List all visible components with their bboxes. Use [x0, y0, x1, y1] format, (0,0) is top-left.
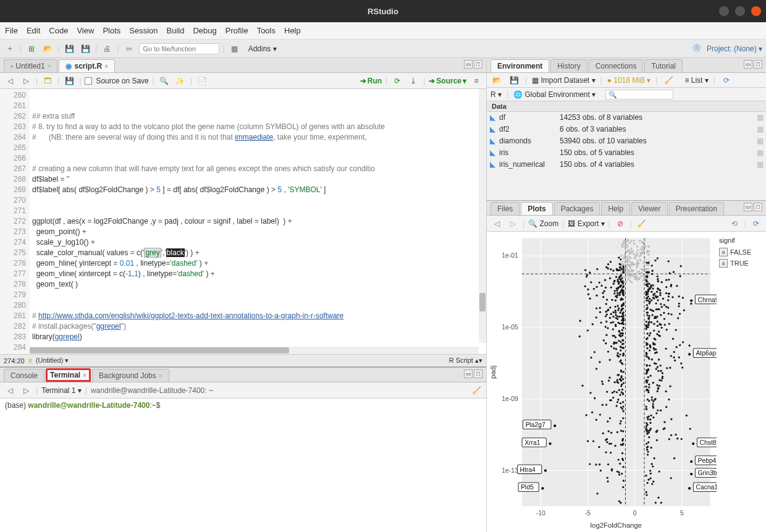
compile-report-button[interactable]: 📄 — [196, 75, 208, 87]
project-dropdown[interactable]: Project: (None) ▾ — [707, 44, 762, 53]
menu-view[interactable]: View — [77, 26, 94, 35]
menu-tools[interactable]: Tools — [257, 26, 276, 35]
close-tab-icon[interactable]: × — [48, 63, 51, 70]
view-data-icon[interactable]: ▦ — [754, 137, 766, 145]
clear-env-button[interactable]: 🧹 — [662, 74, 675, 87]
tab-tutorial[interactable]: Tutorial — [644, 59, 683, 72]
memory-indicator[interactable]: ● 1018 MiB ▾ — [607, 76, 651, 85]
view-mode-dropdown[interactable]: ≡ List ▾ — [684, 76, 708, 85]
plot-next-button[interactable]: ▷ — [507, 217, 519, 230]
refresh-plot-button[interactable]: ⟳ — [750, 217, 762, 230]
save-file-button[interactable]: 💾 — [63, 75, 75, 87]
maximize-pane-icon[interactable]: □ — [754, 60, 762, 69]
wand-button[interactable]: ✨ — [174, 75, 187, 87]
run-button[interactable]: ➔Run — [360, 77, 382, 85]
save-all-button[interactable]: 💾 — [79, 43, 91, 55]
env-search-input[interactable] — [605, 90, 673, 99]
tab-plots[interactable]: Plots — [521, 202, 552, 215]
find-button[interactable]: 🔍 — [158, 75, 170, 87]
env-row-diamonds[interactable]: ◣ diamonds 53940 obs. of 10 variables ▦ — [487, 135, 766, 147]
terminal-selector[interactable]: Terminal 1 ▾ — [41, 386, 82, 395]
view-data-icon[interactable]: ▦ — [754, 148, 766, 157]
forward-button[interactable]: ▷ — [20, 75, 32, 87]
tab-help[interactable]: Help — [601, 202, 630, 215]
source-button[interactable]: ➔Source ▾ — [429, 77, 466, 85]
show-in-new-window-button[interactable]: 🗔 — [41, 75, 54, 87]
terminal-next-button[interactable]: ▷ — [20, 384, 32, 397]
maximize-pane-icon[interactable]: □ — [474, 60, 482, 69]
go-to-section-button[interactable]: ⤓ — [407, 75, 419, 87]
close-button[interactable] — [751, 6, 761, 16]
minimize-button[interactable] — [719, 6, 729, 16]
goto-file-input[interactable] — [139, 43, 219, 54]
menu-build[interactable]: Build — [167, 26, 185, 35]
tab-history[interactable]: History — [550, 59, 587, 72]
clear-plots-button[interactable]: 🧹 — [636, 217, 648, 230]
export-button[interactable]: 🖼 Export ▾ — [568, 219, 604, 228]
minimize-pane-icon[interactable]: ▭ — [744, 203, 752, 211]
vertical-scrollbar[interactable] — [479, 89, 486, 343]
grid-button[interactable]: ▦ — [229, 43, 241, 55]
script-nav-dropdown[interactable]: (Untitled) ▾ — [36, 357, 69, 365]
menu-profile[interactable]: Profile — [225, 26, 248, 35]
outline-button[interactable]: ≡ — [470, 75, 482, 87]
code-content[interactable]: ## extra stuff# 8. try to find a way to … — [30, 89, 486, 354]
view-data-icon[interactable]: ▦ — [754, 125, 766, 133]
source-tab-untitled1[interactable]: ▫ Untitled1 × — [4, 59, 57, 72]
view-data-icon[interactable]: ▦ — [754, 113, 766, 122]
tab-terminal[interactable]: Terminal× — [46, 368, 91, 382]
language-mode[interactable]: R Script ▴▾ — [449, 357, 482, 365]
tab-console[interactable]: Console — [4, 369, 44, 382]
expand-icon[interactable]: ◣ — [487, 160, 498, 169]
new-project-button[interactable]: ⊞ — [25, 43, 38, 55]
tab-background-jobs[interactable]: Background Jobs× — [92, 369, 169, 382]
expand-icon[interactable]: ◣ — [487, 125, 498, 133]
remove-plot-button[interactable]: ⊘ — [614, 217, 626, 230]
rerun-button[interactable]: ⟳ — [391, 75, 403, 87]
menu-help[interactable]: Help — [284, 26, 301, 35]
menu-code[interactable]: Code — [49, 26, 68, 35]
tab-environment[interactable]: Environment — [490, 59, 549, 72]
lang-dropdown[interactable]: R ▾ — [490, 90, 502, 99]
close-tab-icon[interactable]: × — [104, 63, 108, 70]
terminal-prev-button[interactable]: ◁ — [4, 384, 16, 397]
code-editor[interactable]: 2602612622632642652662672682692702712722… — [0, 89, 486, 354]
maximize-pane-icon[interactable]: □ — [754, 203, 762, 211]
menu-file[interactable]: File — [5, 26, 18, 35]
publish-button[interactable]: ⟲ — [728, 217, 741, 230]
env-row-iris[interactable]: ◣ iris 150 obs. of 5 variables ▦ — [487, 147, 766, 159]
addins-dropdown[interactable]: Addins ▾ — [248, 44, 277, 53]
env-row-df[interactable]: ◣ df 14253 obs. of 8 variables ▦ — [487, 112, 766, 124]
save-button[interactable]: 💾 — [63, 43, 75, 55]
new-file-button[interactable]: ＋ — [4, 43, 16, 55]
menu-edit[interactable]: Edit — [27, 26, 40, 35]
maximize-pane-icon[interactable]: □ — [474, 369, 482, 378]
open-file-button[interactable]: 📂 — [41, 43, 54, 55]
tab-viewer[interactable]: Viewer — [631, 202, 667, 215]
minimize-pane-icon[interactable]: ▭ — [744, 60, 752, 69]
menu-session[interactable]: Session — [129, 26, 158, 35]
refresh-env-button[interactable]: ⟳ — [720, 74, 733, 87]
tab-presentation[interactable]: Presentation — [669, 202, 724, 215]
expand-icon[interactable]: ◣ — [487, 137, 498, 145]
tab-files[interactable]: Files — [490, 202, 520, 215]
maximize-button[interactable] — [735, 6, 745, 16]
print-button[interactable]: 🖨 — [101, 43, 113, 55]
source-on-save-checkbox[interactable] — [85, 77, 92, 85]
env-scope-dropdown[interactable]: 🌐 Global Environment ▾ — [513, 90, 596, 99]
env-row-iris_numerical[interactable]: ◣ iris_numerical 150 obs. of 4 variables… — [487, 159, 766, 171]
tab-packages[interactable]: Packages — [554, 202, 600, 215]
tab-connections[interactable]: Connections — [589, 59, 644, 72]
zoom-button[interactable]: 🔍 Zoom — [528, 219, 558, 228]
view-data-icon[interactable]: ▦ — [754, 160, 766, 169]
plot-prev-button[interactable]: ◁ — [490, 217, 503, 230]
goto-prev-button[interactable]: ⇦ — [123, 43, 135, 55]
load-workspace-button[interactable]: 📂 — [490, 74, 503, 87]
source-tab-script-r[interactable]: ◉ script.R × — [59, 59, 115, 72]
close-tab-icon[interactable]: × — [83, 372, 86, 379]
horizontal-scrollbar[interactable] — [30, 347, 479, 354]
expand-icon[interactable]: ◣ — [487, 148, 498, 157]
menu-debug[interactable]: Debug — [193, 26, 216, 35]
clear-terminal-button[interactable]: 🧹 — [470, 384, 482, 397]
terminal-body[interactable]: (base) wandrille@wandrille-Latitude-7400… — [0, 399, 486, 532]
